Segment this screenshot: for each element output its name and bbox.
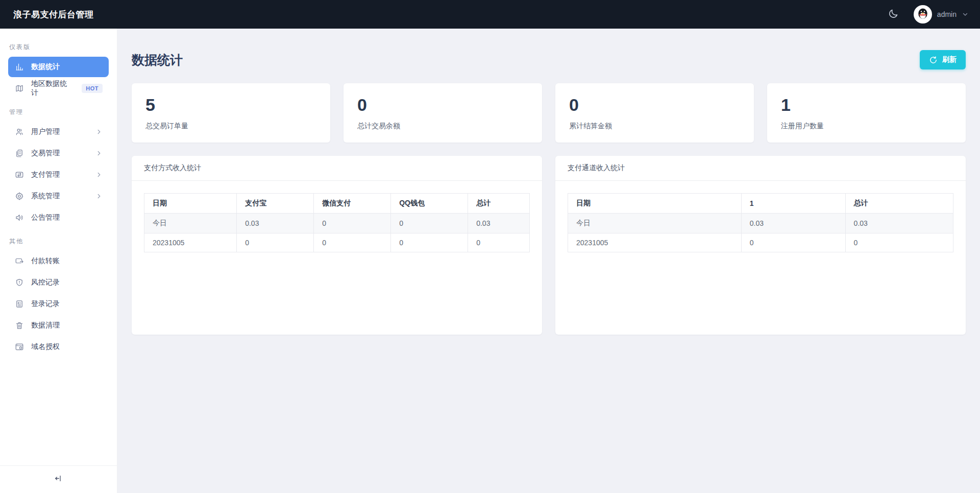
table-cell: 0.03 [845, 214, 953, 233]
table-row: 今日0.030.03 [568, 214, 953, 233]
sidebar-item-label: 系统管理 [31, 192, 60, 201]
table-header-cell: 总计 [845, 194, 953, 214]
collapse-sidebar-button[interactable] [0, 465, 117, 493]
table-row: 202310050000 [144, 233, 530, 252]
table-cell: 0.03 [741, 214, 845, 233]
sidebar-nav: 仪表版数据统计地区数据统计HOT管理用户管理交易管理支付管理系统管理公告管理其他… [0, 29, 117, 465]
sidebar-item[interactable]: 数据统计 [8, 57, 109, 77]
top-header: 浪子易支付后台管理 admin [0, 0, 980, 29]
map-icon [14, 83, 24, 93]
bar-chart-icon [14, 62, 24, 72]
table-cell: 0 [741, 233, 845, 252]
table-header-cell: 支付宝 [237, 194, 314, 214]
gear-icon [14, 191, 24, 201]
sidebar: 仪表版数据统计地区数据统计HOT管理用户管理交易管理支付管理系统管理公告管理其他… [0, 29, 117, 493]
stat-card: 5总交易订单量 [132, 83, 330, 143]
stats-table: 日期支付宝微信支付QQ钱包总计今日0.03000.03202310050000 [144, 193, 530, 252]
stat-cards-row: 5总交易订单量0总计交易余额0累计结算金额1注册用户数量 [132, 83, 966, 143]
table-cell: 0 [391, 233, 468, 252]
sidebar-section-label: 其他 [9, 237, 109, 246]
sidebar-item-label: 风控记录 [31, 278, 60, 287]
app-title: 浪子易支付后台管理 [13, 9, 94, 20]
sidebar-item[interactable]: 风控记录 [8, 272, 109, 293]
sidebar-item[interactable]: 付款转账 [8, 251, 109, 271]
table-row: 今日0.03000.03 [144, 214, 530, 233]
stats-panel: 支付方式收入统计日期支付宝微信支付QQ钱包总计今日0.03000.0320231… [132, 156, 542, 335]
stat-card-value: 1 [781, 94, 952, 116]
table-header-row: 日期支付宝微信支付QQ钱包总计 [144, 194, 530, 214]
document-icon [14, 148, 24, 158]
log-icon [14, 299, 24, 309]
speaker-icon [14, 213, 24, 223]
sidebar-item-label: 登录记录 [31, 299, 60, 309]
table-cell: 0 [314, 214, 391, 233]
stats-panel: 支付通道收入统计日期1总计今日0.030.032023100500 [555, 156, 966, 335]
panels-row: 支付方式收入统计日期支付宝微信支付QQ钱包总计今日0.03000.0320231… [132, 156, 966, 335]
sidebar-item-label: 用户管理 [31, 127, 60, 136]
stat-card-value: 0 [569, 94, 740, 116]
transfer-icon [14, 170, 24, 180]
table-cell: 今日 [144, 214, 237, 233]
stat-card-label: 累计结算金额 [569, 122, 740, 131]
user-menu[interactable]: admin [914, 5, 969, 24]
table-cell: 20231005 [568, 233, 742, 252]
table-cell: 0 [237, 233, 314, 252]
panel-title: 支付通道收入统计 [555, 156, 966, 181]
header-actions: admin [885, 5, 969, 24]
sidebar-item-label: 数据清理 [31, 321, 60, 330]
sidebar-item[interactable]: 系统管理 [8, 186, 109, 206]
stat-card: 0累计结算金额 [555, 83, 754, 143]
sidebar-item[interactable]: 域名授权 [8, 337, 109, 357]
table-header-row: 日期1总计 [568, 194, 953, 214]
sidebar-item[interactable]: 交易管理 [8, 143, 109, 163]
sidebar-item[interactable]: 数据清理 [8, 315, 109, 336]
moon-icon [888, 8, 899, 21]
sidebar-item-label: 地区数据统计 [31, 79, 68, 98]
sidebar-item[interactable]: 公告管理 [8, 207, 109, 228]
username: admin [937, 10, 957, 18]
sidebar-item-label: 交易管理 [31, 149, 60, 158]
panel-body: 日期1总计今日0.030.032023100500 [555, 181, 966, 265]
table-row: 2023100500 [568, 233, 953, 252]
chevron-right-icon [95, 193, 103, 200]
sidebar-item[interactable]: 支付管理 [8, 165, 109, 185]
theme-toggle-button[interactable] [885, 6, 901, 22]
stat-card-label: 注册用户数量 [781, 122, 952, 131]
sidebar-section-label: 管理 [9, 108, 109, 116]
chevron-right-icon [95, 171, 103, 178]
table-cell: 0 [391, 214, 468, 233]
table-cell: 0.03 [468, 214, 530, 233]
table-header-cell: 总计 [468, 194, 530, 214]
table-cell: 今日 [568, 214, 742, 233]
table-header-cell: 日期 [144, 194, 237, 214]
refresh-label: 刷新 [942, 55, 957, 64]
table-cell: 0 [845, 233, 953, 252]
stats-table: 日期1总计今日0.030.032023100500 [568, 193, 953, 252]
refresh-button[interactable]: 刷新 [920, 50, 966, 69]
page-header: 数据统计 刷新 [132, 50, 966, 69]
table-cell: 20231005 [144, 233, 237, 252]
sidebar-item[interactable]: 地区数据统计HOT [8, 78, 109, 99]
sidebar-item[interactable]: 用户管理 [8, 122, 109, 142]
domain-icon [14, 342, 24, 352]
table-header-cell: 1 [741, 194, 845, 214]
main-content: 数据统计 刷新 5总交易订单量0总计交易余额0累计结算金额1注册用户数量 支付方… [117, 29, 980, 493]
sidebar-item-label: 付款转账 [31, 256, 60, 266]
stat-card-label: 总交易订单量 [145, 122, 316, 131]
penguin-avatar-icon [915, 6, 930, 23]
app-layout: 仪表版数据统计地区数据统计HOT管理用户管理交易管理支付管理系统管理公告管理其他… [0, 29, 980, 493]
user-avatar [914, 5, 932, 24]
shield-icon [14, 277, 24, 288]
sidebar-section-label: 仪表版 [9, 43, 109, 52]
hot-badge: HOT [82, 84, 103, 93]
stat-card: 0总计交易余额 [344, 83, 542, 143]
trash-icon [14, 320, 24, 331]
stat-card-label: 总计交易余额 [357, 122, 528, 131]
stat-card: 1注册用户数量 [767, 83, 966, 143]
chevron-right-icon [95, 150, 103, 157]
payout-icon [14, 256, 24, 266]
table-cell: 0.03 [237, 214, 314, 233]
table-cell: 0 [468, 233, 530, 252]
chevron-right-icon [95, 128, 103, 135]
sidebar-item[interactable]: 登录记录 [8, 294, 109, 314]
